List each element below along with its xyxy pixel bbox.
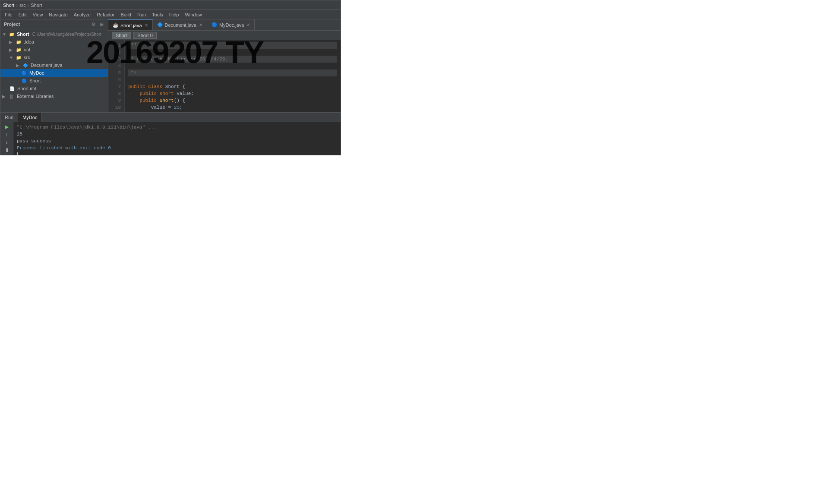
breadcrumb-src: src — [19, 3, 26, 8]
run-play-btn[interactable]: ▶ — [3, 124, 11, 130]
line-num-7: 7 — [110, 83, 123, 90]
tab-label-short: Short.java — [120, 23, 142, 28]
run-panel: ▶ ↑ ↓ ⏸ ☰ ⏹ ⚙ "C:\Program Files\Java\jdk… — [0, 122, 341, 155]
run-down-btn[interactable]: ↓ — [3, 139, 11, 145]
bottom-panel: Run MyDoc ▶ ↑ ↓ ⏸ ☰ ⏹ ⚙ "C:\Program File… — [0, 112, 341, 155]
tree-arrow-project: ▼ — [2, 32, 7, 37]
code-content[interactable]: /** * Created by Mr.tang on 2017/4/29. *… — [125, 40, 341, 112]
title-bar: Short › src › Short — [0, 0, 341, 10]
sidebar-header: Project ⚙ ⊞ — [0, 19, 108, 29]
run-up-btn[interactable]: ↑ — [3, 132, 11, 138]
run-output-finished: Process finished with exit code 0 — [17, 145, 337, 151]
run-pause-btn[interactable]: ⏸ — [3, 147, 11, 153]
tree-arrow-decument: ▶ — [16, 63, 21, 68]
menu-bar: File Edit View Navigate Analyze Refactor… — [0, 10, 341, 19]
breadcrumb-btn-short[interactable]: Short — [112, 32, 131, 39]
sidebar-header-icons: ⚙ ⊞ — [91, 21, 104, 27]
idea-folder-icon: 📁 — [16, 39, 22, 45]
menu-run[interactable]: Run — [135, 11, 148, 18]
menu-help[interactable]: Help — [167, 11, 182, 18]
run-cursor — [17, 152, 18, 155]
line-num-9: 9 — [110, 97, 123, 104]
tab-icon-decument: 🔷 — [157, 22, 163, 28]
tree-arrow-out: ▶ — [9, 47, 14, 52]
tab-icon-short: ☕ — [113, 22, 119, 28]
bottom-tab-mydoc-label: MyDoc — [22, 115, 37, 120]
breadcrumb-btn-short0[interactable]: Short 0 — [133, 32, 156, 39]
short-icon: 🔵 — [21, 78, 27, 84]
run-sidebar: ▶ ↑ ↓ ⏸ ☰ ⏹ ⚙ — [0, 122, 13, 155]
menu-file[interactable]: File — [2, 11, 15, 18]
run-output-cmd: "C:\Program Files\Java\jdk1.8.0_121\bin\… — [17, 124, 337, 131]
xml-icon: 📄 — [9, 85, 15, 91]
out-label: out — [24, 47, 30, 52]
bottom-tab-mydoc[interactable]: MyDoc — [18, 113, 42, 122]
code-editor[interactable]: 1 2 3 4 5 6 7 8 9 10 11 12 13 /** — [108, 40, 341, 112]
line-num-1: 1 — [110, 42, 123, 49]
menu-refactor[interactable]: Refactor — [94, 11, 117, 18]
tab-icon-mydoc: 🔵 — [212, 22, 218, 28]
tree-item-decument[interactable]: ▶ 🔷 Decument.java — [0, 61, 108, 69]
tab-mydocjava[interactable]: 🔵 MyDoc.java ✕ — [207, 19, 255, 30]
line-num-8: 8 — [110, 90, 123, 97]
line-num-10: 10 — [110, 104, 123, 111]
tab-close-mydoc[interactable]: ✕ — [246, 22, 250, 27]
run-output-pass: pass success — [17, 138, 337, 145]
tree-arrow-src: ▼ — [9, 55, 14, 60]
sidebar: Project ⚙ ⊞ ▼ 📁 Short C:\Users\Mr.tang\I… — [0, 19, 108, 112]
decument-label: Decument.java — [31, 63, 62, 68]
extlibs-icon: ||| — [9, 93, 15, 99]
line-num-11: 11 — [110, 111, 123, 112]
run-output-cursor-line — [17, 151, 337, 155]
menu-analyze[interactable]: Analyze — [71, 11, 93, 18]
project-icon: 📁 — [9, 31, 15, 37]
title-breadcrumb: Short › src › Short — [3, 3, 42, 8]
tree-item-short[interactable]: 🔵 Short — [0, 77, 108, 85]
line-num-5: 5 — [110, 69, 123, 76]
project-path: C:\Users\Mr.tang\IdeaProjects\Short — [32, 32, 101, 37]
tree-item-shortiml[interactable]: 📄 Short.iml — [0, 85, 108, 92]
tree-arrow-idea: ▶ — [9, 40, 14, 44]
editor-area: ☕ Short.java ✕ 🔷 Decument.java ✕ 🔵 MyDoc… — [108, 19, 341, 112]
editor-breadcrumb: Short Short 0 — [108, 31, 341, 40]
menu-tools[interactable]: Tools — [149, 11, 166, 18]
short-label: Short — [29, 78, 41, 83]
src-label: src — [24, 55, 30, 60]
line-numbers: 1 2 3 4 5 6 7 8 9 10 11 12 13 — [108, 40, 125, 112]
tab-close-short[interactable]: ✕ — [145, 23, 148, 28]
sidebar-title: Project — [4, 22, 20, 27]
tree-item-mydoc[interactable]: 🔵 MyDoc — [0, 69, 108, 77]
breadcrumb-short1: Short — [3, 3, 14, 8]
line-num-4: 4 — [110, 63, 123, 69]
tab-shortjava[interactable]: ☕ Short.java ✕ — [108, 19, 153, 30]
run-output: "C:\Program Files\Java\jdk1.8.0_121\bin\… — [13, 122, 341, 155]
menu-view[interactable]: View — [30, 11, 46, 18]
tree-item-out[interactable]: ▶ 📁 out — [0, 46, 108, 54]
tab-close-decument[interactable]: ✕ — [199, 22, 202, 27]
menu-build[interactable]: Build — [118, 11, 134, 18]
tree-item-extlibs[interactable]: ▶ ||| External Libraries — [0, 92, 108, 100]
bottom-tab-run[interactable]: Run — [0, 113, 18, 122]
menu-window[interactable]: Window — [182, 11, 204, 18]
tree-item-project[interactable]: ▼ 📁 Short C:\Users\Mr.tang\IdeaProjects\… — [0, 30, 108, 38]
tree-item-idea[interactable]: ▶ 📁 .idea — [0, 38, 108, 46]
tree-item-src[interactable]: ▼ 📁 src — [0, 54, 108, 61]
line-num-3: 3 — [110, 56, 123, 63]
sidebar-settings-icon[interactable]: ⚙ — [91, 21, 97, 27]
breadcrumb-short2: Short — [31, 3, 42, 8]
bottom-tab-run-label: Run — [5, 115, 13, 120]
mydoc-label: MyDoc — [29, 70, 44, 76]
tree-arrow-extlibs: ▶ — [2, 94, 7, 99]
editor-tabs: ☕ Short.java ✕ 🔷 Decument.java ✕ 🔵 MyDoc… — [108, 19, 341, 31]
mydoc-icon: 🔵 — [21, 70, 27, 76]
menu-edit[interactable]: Edit — [16, 11, 29, 18]
tab-decumentjava[interactable]: 🔷 Decument.java ✕ — [153, 19, 207, 30]
extlibs-label: External Libraries — [17, 94, 54, 99]
line-num-6: 6 — [110, 76, 123, 83]
menu-navigate[interactable]: Navigate — [46, 11, 70, 18]
line-num-2: 2 — [110, 49, 123, 56]
sidebar-expand-icon[interactable]: ⊞ — [98, 21, 104, 27]
bottom-tabs: Run MyDoc — [0, 113, 341, 122]
ide-body: Project ⚙ ⊞ ▼ 📁 Short C:\Users\Mr.tang\I… — [0, 19, 341, 112]
idea-label: .idea — [24, 39, 34, 44]
